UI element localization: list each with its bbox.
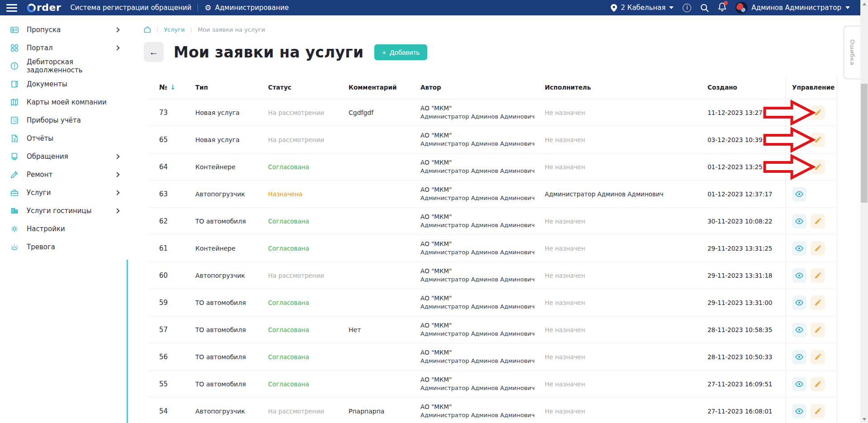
view-button[interactable] bbox=[792, 295, 807, 310]
svg-text:2: 2 bbox=[15, 119, 17, 123]
chevron-right-icon bbox=[114, 27, 119, 32]
page-scrollbar[interactable] bbox=[860, 0, 868, 423]
cell-type: ТО автомобиля bbox=[195, 299, 268, 306]
search-icon[interactable] bbox=[700, 4, 709, 12]
edit-button[interactable] bbox=[811, 404, 825, 418]
cell-type: ТО автомобиля bbox=[195, 380, 268, 388]
id-card-icon bbox=[10, 25, 19, 34]
sidebar-item-nastroyki[interactable]: Настройки bbox=[0, 220, 128, 238]
view-button[interactable] bbox=[792, 268, 807, 283]
sidebar-scrollbar-thumb[interactable] bbox=[127, 260, 128, 423]
cell-comment: Рпарпарпа bbox=[349, 408, 420, 415]
edit-button[interactable] bbox=[811, 377, 825, 391]
topbar-divider bbox=[198, 4, 198, 12]
cell-created: 03-12-2023 10:39:30 bbox=[708, 136, 785, 143]
hamburger-menu-icon[interactable] bbox=[6, 4, 17, 12]
user-menu[interactable]: Админов Администратор bbox=[736, 2, 850, 14]
cell-actions bbox=[785, 99, 837, 126]
cell-actions bbox=[785, 126, 837, 153]
home-icon[interactable] bbox=[144, 26, 151, 33]
column-header-1[interactable]: №↓ bbox=[148, 83, 195, 91]
edit-button[interactable] bbox=[811, 241, 825, 256]
toolbox-icon bbox=[10, 188, 19, 197]
error-tab[interactable]: Ошибка bbox=[844, 26, 860, 79]
sidebar-item-otchety[interactable]: Отчёты bbox=[0, 129, 128, 147]
edit-button[interactable] bbox=[811, 295, 825, 310]
view-button[interactable] bbox=[792, 187, 807, 201]
scrollbar-up-arrow[interactable] bbox=[860, 0, 868, 8]
column-header-5: Автор bbox=[420, 84, 545, 91]
view-button[interactable] bbox=[792, 214, 807, 228]
sidebar: Пропуска Портал Дебиторская задолженност… bbox=[0, 15, 128, 423]
view-button[interactable] bbox=[792, 160, 807, 174]
scrollbar-down-arrow[interactable] bbox=[860, 415, 868, 423]
breadcrumb-link-uslugi[interactable]: Услуги bbox=[164, 26, 184, 33]
pencil-icon bbox=[814, 353, 822, 361]
edit-button[interactable] bbox=[811, 323, 825, 337]
sidebar-item-label: Дебиторская задолженность bbox=[27, 58, 119, 74]
sidebar-item-trevoga[interactable]: Тревога bbox=[0, 238, 128, 256]
location-selector[interactable]: 2 Кабельная bbox=[611, 4, 674, 12]
sidebar-item-uslugi-gostinicy[interactable]: Услуги гостиницы bbox=[0, 202, 128, 220]
notifications-button[interactable] bbox=[718, 2, 726, 13]
edit-button[interactable] bbox=[811, 214, 825, 228]
add-button[interactable]: + Добавить bbox=[374, 44, 427, 60]
view-button[interactable] bbox=[792, 105, 807, 120]
eye-icon bbox=[795, 325, 804, 334]
admin-menu-label: Администрирование bbox=[215, 4, 289, 12]
edit-button[interactable] bbox=[811, 133, 825, 147]
sidebar-item-debitorskaya[interactable]: Дебиторская задолженность bbox=[0, 57, 128, 75]
table-body: 73Новая услугаНа рассмотренииCgdfgdfАО "… bbox=[148, 99, 837, 423]
cell-number: 57 bbox=[148, 326, 195, 334]
cell-type: Автопогрузчик bbox=[195, 272, 268, 279]
sidebar-item-pribory[interactable]: 12 Приборы учёта bbox=[0, 111, 128, 129]
author-org: АО "МКМ" bbox=[420, 104, 545, 113]
author-org: АО "МКМ" bbox=[420, 403, 545, 411]
sidebar-item-dokumenty[interactable]: Документы bbox=[0, 75, 128, 93]
view-button[interactable] bbox=[792, 350, 807, 364]
cell-type: Автопогрузчик bbox=[195, 408, 268, 415]
cell-executor: Не назначен bbox=[545, 245, 708, 252]
author-org: АО "МКМ" bbox=[420, 375, 545, 384]
table-row: 73Новая услугаНа рассмотренииCgdfgdfАО "… bbox=[148, 99, 837, 126]
cell-type: ТО автомобиля bbox=[195, 353, 268, 361]
column-header-2: Тип bbox=[195, 84, 268, 91]
status-badge: Согласована bbox=[268, 380, 349, 388]
scrollbar-thumb[interactable] bbox=[861, 84, 868, 203]
status-badge: Согласована bbox=[268, 353, 349, 361]
documents-icon bbox=[10, 80, 19, 89]
edit-button[interactable] bbox=[811, 160, 825, 174]
view-button[interactable] bbox=[792, 241, 807, 256]
pencil-icon bbox=[814, 244, 822, 252]
notification-badge bbox=[724, 1, 728, 5]
sidebar-item-uslugi[interactable]: Услуги bbox=[0, 184, 128, 202]
grid-icon bbox=[10, 43, 19, 52]
alarm-icon bbox=[10, 242, 19, 252]
cell-actions bbox=[785, 398, 837, 423]
view-button[interactable] bbox=[792, 323, 807, 337]
view-button[interactable] bbox=[792, 133, 807, 147]
author-org: АО "МКМ" bbox=[420, 213, 545, 221]
eye-icon bbox=[795, 271, 804, 280]
info-icon: i bbox=[686, 5, 688, 11]
table-row: 60АвтопогрузчикНа рассмотренииАО "МКМ"Ад… bbox=[148, 262, 837, 289]
edit-button[interactable] bbox=[811, 350, 825, 364]
view-button[interactable] bbox=[792, 404, 807, 418]
info-button[interactable]: i bbox=[683, 4, 691, 12]
back-button[interactable]: ← bbox=[144, 42, 164, 62]
edit-button[interactable] bbox=[811, 105, 825, 120]
sidebar-item-remont[interactable]: Ремонт bbox=[0, 166, 128, 184]
sidebar-item-obrashcheniya[interactable]: Обращения bbox=[0, 147, 128, 166]
admin-menu[interactable]: ⚙ Администрирование bbox=[204, 4, 288, 12]
sidebar-item-propuska[interactable]: Пропуска bbox=[0, 21, 128, 39]
edit-button[interactable] bbox=[811, 268, 825, 283]
cell-created: 29-11-2023 13:31:18 bbox=[708, 272, 785, 279]
author-name: Администратор Админов Админович bbox=[420, 303, 545, 311]
cell-executor: Не назначен bbox=[545, 380, 708, 388]
view-button[interactable] bbox=[792, 377, 807, 391]
sidebar-item-portal[interactable]: Портал bbox=[0, 39, 128, 57]
sidebar-item-karty[interactable]: Карты моей компании bbox=[0, 93, 128, 111]
cell-number: 54 bbox=[148, 407, 195, 415]
cell-number: 65 bbox=[148, 136, 195, 144]
screwdriver-icon bbox=[10, 170, 19, 179]
